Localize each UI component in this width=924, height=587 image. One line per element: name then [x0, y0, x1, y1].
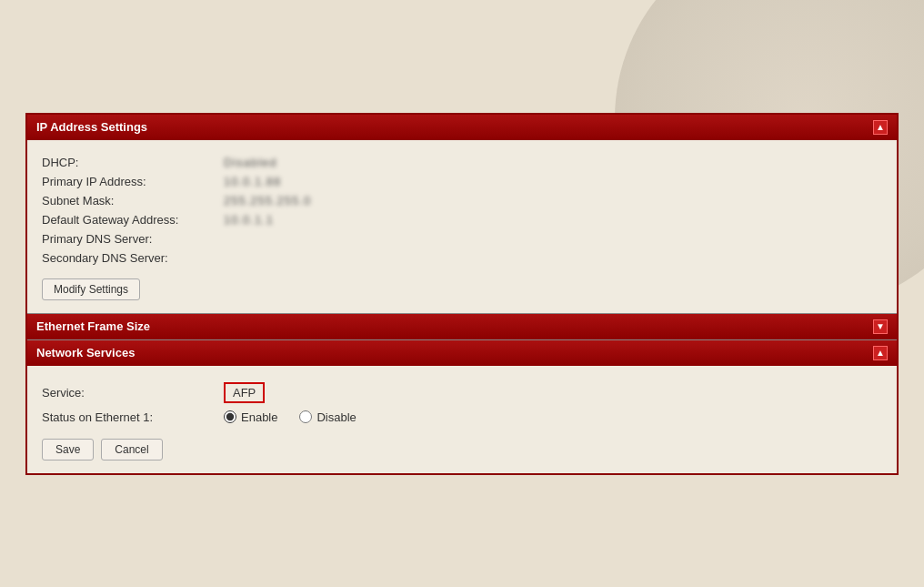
net-toggle-icon[interactable]: ▲	[873, 346, 888, 360]
primary-ip-row: Primary IP Address: 10.0.1.88	[42, 172, 882, 191]
service-row: Service: AFP	[42, 379, 882, 407]
eth-section: Ethernet Frame Size ▼	[27, 313, 897, 339]
status-radio-group: Enable Disable	[224, 410, 357, 424]
status-row: Status on Ethernet 1: Enable Disable	[42, 407, 882, 428]
secondary-dns-label: Secondary DNS Server:	[42, 251, 224, 265]
service-label: Service:	[42, 386, 224, 400]
net-section-body: Service: AFP Status on Ethernet 1: Enabl…	[27, 366, 897, 473]
subnet-value: 255.255.255.0	[224, 194, 311, 207]
primary-dns-row: Primary DNS Server:	[42, 229, 882, 248]
disable-radio[interactable]	[299, 410, 312, 423]
enable-option[interactable]: Enable	[224, 410, 277, 424]
enable-radio[interactable]	[224, 410, 236, 423]
subnet-row: Subnet Mask: 255.255.255.0	[42, 191, 882, 210]
subnet-label: Subnet Mask:	[42, 194, 224, 207]
net-section-title: Network Services	[36, 346, 135, 359]
ip-toggle-icon[interactable]: ▲	[873, 120, 888, 135]
eth-section-title: Ethernet Frame Size	[36, 319, 150, 333]
eth-section-header[interactable]: Ethernet Frame Size ▼	[27, 314, 897, 339]
gateway-label: Default Gateway Address:	[42, 213, 224, 227]
ip-section-title: IP Address Settings	[36, 120, 147, 134]
primary-ip-label: Primary IP Address:	[42, 175, 224, 188]
disable-label: Disable	[316, 410, 356, 424]
cancel-button[interactable]: Cancel	[101, 439, 162, 460]
save-button[interactable]: Save	[42, 439, 94, 460]
net-section: Network Services ▲ Service: AFP Status o…	[27, 339, 897, 473]
ip-section-header[interactable]: IP Address Settings ▲	[27, 115, 897, 140]
status-label: Status on Ethernet 1:	[42, 410, 224, 424]
primary-dns-label: Primary DNS Server:	[42, 232, 224, 246]
gateway-row: Default Gateway Address: 10.0.1.1	[42, 210, 882, 229]
eth-toggle-icon[interactable]: ▼	[873, 319, 888, 334]
gateway-value: 10.0.1.1	[224, 213, 274, 227]
ip-section-body: DHCP: Disabled Primary IP Address: 10.0.…	[27, 140, 897, 313]
dhcp-row: DHCP: Disabled	[42, 153, 882, 172]
net-section-header[interactable]: Network Services ▲	[27, 340, 897, 366]
service-value: AFP	[224, 382, 265, 403]
dhcp-value: Disabled	[224, 156, 277, 169]
action-buttons: Save Cancel	[42, 439, 882, 460]
primary-ip-value: 10.0.1.88	[224, 175, 281, 188]
dhcp-label: DHCP:	[42, 156, 224, 169]
disable-option[interactable]: Disable	[299, 410, 356, 424]
secondary-dns-row: Secondary DNS Server:	[42, 248, 882, 268]
enable-label: Enable	[241, 410, 277, 424]
main-panel: IP Address Settings ▲ DHCP: Disabled Pri…	[25, 113, 899, 475]
modify-settings-button[interactable]: Modify Settings	[42, 278, 140, 300]
ip-settings-table: DHCP: Disabled Primary IP Address: 10.0.…	[42, 153, 882, 268]
